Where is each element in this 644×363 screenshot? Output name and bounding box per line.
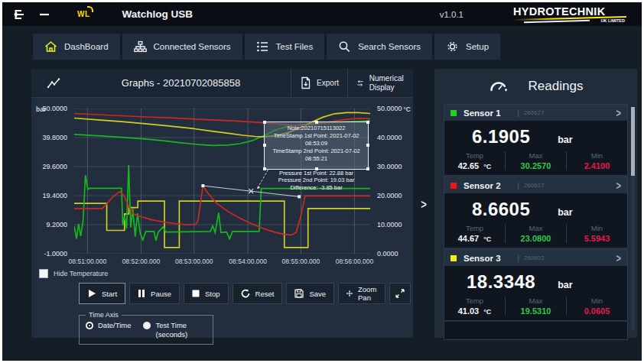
nav-connected-sensors[interactable]: Connected Sensors [122,34,242,60]
sensor-name: Sensor 3 [463,254,501,263]
tooltip-line: Pressure 1st Point: 22.88 bar [265,170,367,177]
nav-setup[interactable]: Setup [434,34,500,60]
max-value: 19.5310 [506,306,566,316]
exit-icon[interactable] [8,6,28,23]
x-tick: 08:56:00.000 [336,258,374,265]
temp-label: Temp [444,151,505,160]
y-axis-left: bar 50.0000 39.8000 29.6000 19.4000 9.20… [31,109,71,254]
readings-header: Readings [444,69,628,104]
titlebar: WL Watchlog USB v1.0.1 HYDROTECHNIK UK L… [2,2,642,26]
sensor-card-3: Sensor 3 | 260603 > 18.3348 bar Temp 41.… [444,249,628,321]
nav-test-files[interactable]: Test Files [245,34,325,60]
sensor-unit: bar [558,135,572,145]
x-tick: 08:52:00.000 [122,258,161,265]
chevron-right-icon[interactable]: > [616,252,621,264]
tooltip-note: Note:20210715113022 [265,125,367,132]
y-tick: 50.0000 [42,105,67,112]
temp-value: 42.65 [458,161,480,170]
sensor-unit: bar [558,207,572,218]
temp-unit: °C [483,308,491,316]
nav-dashboard[interactable]: DashBoard [33,34,120,60]
max-value: 30.2570 [506,161,566,170]
sensor-id: 260603 [524,254,545,261]
pause-label: Pause [151,290,171,298]
separator: | [518,109,519,117]
graph-title: Graphs - 20210702085858 [71,69,291,97]
sensor-stats-row: Temp 42.65°C Max 30.2570 Min 2.4100 [444,150,627,175]
separator: | [518,182,519,190]
numerical-display-label: Numerical Display [369,74,405,92]
minimize-icon[interactable] [34,6,54,23]
tooltip-line: TimeStamp 2nd Point: 2021-07-02 08:55:21 [265,147,367,163]
tooltip-line: TimeStamp 1st Point: 2021-07-02 08:53:09 [265,132,367,147]
plot-region[interactable]: Note:20210715113022 TimeStamp 1st Point:… [74,109,370,254]
max-label: Max [506,224,566,232]
app-window: WL Watchlog USB v1.0.1 HYDROTECHNIK UK L… [0,0,644,363]
sensor-card-1: Sensor 1 | 260627 > 6.1905 bar Temp 42.6… [444,104,628,176]
start-button[interactable]: Start [79,283,125,304]
min-value: 5.5943 [567,234,627,243]
chevron-right-icon[interactable]: > [616,107,621,118]
sensor-1-header[interactable]: Sensor 1 | 260627 > [444,105,627,121]
stop-label: Stop [205,290,220,298]
temp-value: 44.67 [458,234,480,243]
fullscreen-button[interactable] [389,283,411,304]
main-nav: DashBoard Connected Sensors Test Files S… [33,34,642,60]
sensor-value-row: 6.1905 bar [444,121,627,150]
sensor-id: 260627 [524,109,545,116]
sensor-name: Sensor 2 [463,181,501,190]
pause-button[interactable]: Pause [129,283,180,304]
empty-card-area [444,322,628,340]
numerical-display-button[interactable]: Numerical Display [347,69,413,97]
nav-label: Connected Sensors [154,42,231,51]
radio-date-time[interactable]: Date/Time [86,321,131,339]
radio-selected[interactable] [86,322,93,329]
sensor-color-swatch [450,183,457,189]
checkbox[interactable] [39,269,48,278]
hide-temperature-checkbox[interactable]: Hide Temperature [39,269,413,278]
y-tick: 40.0000 [377,134,402,141]
right-axis-unit: °C [403,105,411,113]
export-button[interactable]: Export [291,69,347,97]
chevron-right-icon[interactable]: > [616,180,621,191]
save-button[interactable]: Save [286,283,334,304]
temp-value: 41.03 [458,306,480,316]
min-label: Min [567,297,627,305]
collapse-panel-chevron[interactable]: > [413,28,434,363]
max-value: 23.0800 [506,234,566,243]
sensor-2-header[interactable]: Sensor 2 | 260617 > [444,177,627,193]
readings-scrollbar[interactable] [631,107,635,330]
sensor-value: 6.1905 [444,126,558,147]
sensor-3-header[interactable]: Sensor 3 | 260603 > [444,250,627,266]
zoom-pan-button[interactable]: Zoom Pan [338,283,385,304]
max-label: Max [506,297,566,305]
brand-sub-label: UK LIMITED [600,18,626,23]
temp-label: Temp [444,224,505,232]
radio-test-time[interactable]: Test Time (seconds) [143,321,200,339]
sensor-value: 8.6605 [444,199,558,220]
reset-button[interactable]: Reset [233,283,283,304]
nav-label: Setup [466,42,489,51]
expand-icon [395,289,405,298]
sensor-color-swatch [450,255,457,261]
save-icon [294,289,304,298]
graph-panel: Graphs - 20210702085858 Export Numerical… [31,69,413,338]
content: Graphs - 20210702085858 Export Numerical… [31,69,642,338]
hide-temperature-label: Hide Temperature [54,270,108,277]
sensor-value-row: 18.3348 bar [444,266,627,295]
temp-unit: °C [483,163,491,170]
stop-button[interactable]: Stop [184,283,229,304]
scrollbar-thumb[interactable] [631,107,635,176]
tooltip-line: Pressure 2nd Point: 19.03 bar [265,177,367,184]
sensor-stats-row: Temp 41.03°C Max 19.5310 Min 0.0605 [444,295,627,320]
line-chart-icon [31,69,71,97]
min-value: 0.0605 [567,306,627,316]
pause-icon [138,289,145,298]
radio-unselected[interactable] [143,322,151,329]
sensor-card-2: Sensor 2 | 260617 > 8.6605 bar Temp 44.6… [444,177,628,248]
max-label: Max [506,151,566,160]
y-axis-right: °C 50.0000 40.0000 30.0000 20.0000 10.00… [372,109,413,254]
gauge-icon [489,78,509,95]
measurement-tooltip[interactable]: Note:20210715113022 TimeStamp 1st Point:… [264,122,368,170]
zoom-pan-label: Zoom Pan [358,285,377,302]
